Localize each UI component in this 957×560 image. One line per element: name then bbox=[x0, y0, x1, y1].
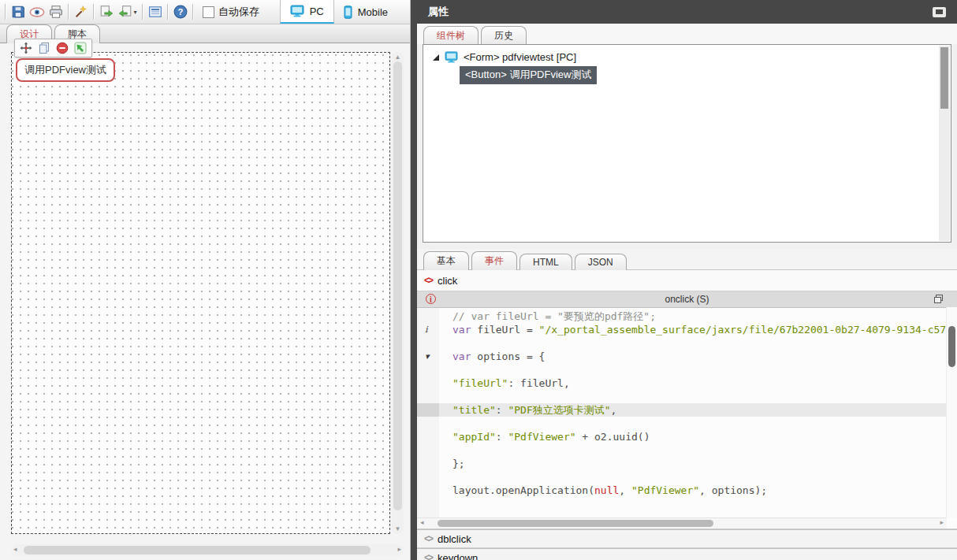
tab-component-tree[interactable]: 组件树 bbox=[423, 26, 478, 45]
code-line[interactable]: "appId": "PdfViewer" + o2.uuid() bbox=[417, 430, 957, 443]
editor-vertical-scrollbar[interactable] bbox=[946, 307, 957, 518]
canvas-horizontal-scrollbar[interactable]: ◂ ▸ bbox=[11, 544, 404, 556]
code-line[interactable]: }; bbox=[417, 457, 957, 470]
code-gutter-marker[interactable] bbox=[417, 403, 439, 417]
print-icon[interactable] bbox=[47, 2, 65, 21]
form-designer-app: ▾ ? 自动保存 PC bbox=[0, 0, 957, 560]
tab-basic[interactable]: 基本 bbox=[423, 251, 469, 270]
scroll-right-icon[interactable]: ▸ bbox=[397, 545, 401, 553]
code-gutter-marker[interactable] bbox=[417, 484, 439, 497]
copy-icon[interactable] bbox=[37, 41, 51, 55]
toolbar-separator bbox=[68, 4, 69, 20]
scroll-right-icon[interactable]: ▸ bbox=[940, 518, 944, 526]
code-line[interactable]: "fileUrl": fileUrl, bbox=[417, 376, 957, 390]
autosave-label: 自动保存 bbox=[218, 5, 259, 19]
info-icon[interactable] bbox=[426, 294, 436, 304]
onclick-code-editor: onclick (S) // var fileUrl = "要预览的pdf路径"… bbox=[417, 291, 957, 529]
autosave-checkbox[interactable] bbox=[203, 6, 214, 18]
wizard-icon[interactable] bbox=[72, 2, 91, 21]
tab-events[interactable]: 事件 bbox=[471, 251, 517, 270]
export-icon[interactable] bbox=[97, 2, 116, 21]
scroll-up-icon[interactable]: ▲ bbox=[392, 54, 404, 61]
code-gutter-marker[interactable] bbox=[417, 310, 439, 323]
delete-icon[interactable] bbox=[55, 41, 69, 55]
save-icon[interactable] bbox=[9, 2, 28, 21]
form-canvas[interactable]: 调用PDFview测试 bbox=[11, 52, 390, 534]
code-line[interactable] bbox=[417, 443, 957, 457]
editor-horizontal-scrollbar[interactable]: ◂ ▸ bbox=[417, 517, 947, 528]
code-gutter-marker[interactable] bbox=[417, 430, 439, 443]
tree-tabs: 组件树 历史 bbox=[417, 24, 957, 44]
scroll-left-icon[interactable]: ◂ bbox=[13, 545, 17, 553]
canvas-vertical-scrollbar[interactable]: ▲ ▼ bbox=[392, 52, 404, 534]
canvas-button[interactable]: 调用PDFview测试 bbox=[16, 58, 115, 82]
canvas-area: 调用PDFview测试 ▲ ▼ ◂ ▸ bbox=[0, 43, 410, 560]
code-line[interactable]: // var fileUrl = "要预览的pdf路径"; bbox=[417, 310, 957, 323]
panel-splitter[interactable] bbox=[411, 0, 417, 560]
scrollbar-thumb[interactable] bbox=[940, 47, 948, 109]
properties-header: 属性 bbox=[417, 0, 957, 24]
code-line[interactable]: layout.openApplication(null, "PdfViewer"… bbox=[417, 484, 957, 497]
code-line[interactable]: ▾var options = { bbox=[417, 350, 957, 363]
editor-titlebar: onclick (S) bbox=[417, 291, 957, 308]
tab-history[interactable]: 历史 bbox=[481, 26, 527, 45]
toolbar-separator bbox=[142, 4, 143, 20]
toolbar-separator bbox=[5, 4, 6, 20]
form-list-icon[interactable] bbox=[146, 2, 165, 21]
help-icon[interactable]: ? bbox=[171, 2, 190, 21]
code-lines[interactable]: // var fileUrl = "要预览的pdf路径";ivar fileUr… bbox=[417, 308, 957, 517]
detail-tabs: 基本 事件 HTML JSON bbox=[417, 249, 957, 270]
scrollbar-thumb[interactable] bbox=[24, 546, 371, 554]
properties-title: 属性 bbox=[428, 5, 449, 19]
move-icon[interactable] bbox=[19, 41, 33, 55]
tree-expander-icon[interactable] bbox=[433, 54, 439, 61]
code-gutter-marker[interactable] bbox=[417, 417, 439, 430]
code-gutter-marker[interactable] bbox=[417, 443, 439, 457]
code-gutter-marker[interactable] bbox=[417, 470, 439, 484]
scrollbar-thumb[interactable] bbox=[393, 61, 402, 510]
tree-scrollbar[interactable] bbox=[939, 46, 950, 241]
code-line[interactable] bbox=[417, 417, 957, 430]
tree-node-button-selected[interactable]: <Button> 调用PDFview测试 bbox=[460, 66, 597, 84]
event-section-keydown[interactable]: <> keydown bbox=[417, 548, 957, 560]
code-gutter-marker[interactable] bbox=[417, 390, 439, 403]
code-line[interactable] bbox=[417, 390, 957, 403]
scroll-down-icon[interactable]: ▼ bbox=[392, 525, 404, 532]
code-gutter-marker[interactable] bbox=[417, 376, 439, 390]
import-dropdown-caret[interactable]: ▾ bbox=[133, 9, 136, 16]
tab-pc-label: PC bbox=[310, 6, 324, 17]
scrollbar-thumb[interactable] bbox=[948, 326, 955, 367]
device-tabs: PC Mobile bbox=[280, 0, 397, 24]
code-line[interactable] bbox=[417, 470, 957, 484]
code-line[interactable] bbox=[417, 363, 957, 376]
code-gutter-marker[interactable] bbox=[417, 336, 439, 350]
maximize-editor-icon[interactable] bbox=[934, 295, 943, 303]
collapse-panel-icon[interactable] bbox=[933, 7, 946, 17]
tab-html[interactable]: HTML bbox=[519, 254, 572, 270]
scrollbar-thumb[interactable] bbox=[438, 520, 713, 527]
toolbar-separator bbox=[93, 4, 95, 20]
code-gutter-marker[interactable] bbox=[417, 457, 439, 470]
tree-node-form[interactable]: <Form> pdfviewtest [PC] bbox=[423, 45, 951, 63]
code-brackets-icon: <> bbox=[424, 275, 432, 286]
event-section-click[interactable]: <> click bbox=[417, 270, 957, 291]
select-parent-icon[interactable] bbox=[73, 41, 88, 55]
event-dblclick-label: dblclick bbox=[438, 533, 471, 545]
tab-pc[interactable]: PC bbox=[280, 0, 334, 24]
code-gutter-marker[interactable]: ▾ bbox=[417, 350, 439, 363]
code-gutter-marker[interactable]: i bbox=[417, 323, 439, 336]
main-toolbar: ▾ ? 自动保存 PC bbox=[0, 0, 410, 24]
scroll-left-icon[interactable]: ◂ bbox=[420, 518, 424, 526]
tab-json[interactable]: JSON bbox=[575, 254, 627, 270]
code-line[interactable]: "title": "PDF独立选项卡测试", bbox=[417, 403, 957, 417]
code-line[interactable] bbox=[417, 336, 957, 350]
code-gutter-marker[interactable] bbox=[417, 363, 439, 376]
code-line[interactable]: ivar fileUrl = "/x_portal_assemble_surfa… bbox=[417, 323, 957, 336]
import-icon[interactable]: ▾ bbox=[116, 2, 140, 21]
panel-gap bbox=[417, 243, 957, 249]
tab-mobile[interactable]: Mobile bbox=[334, 0, 397, 24]
component-tree: <Form> pdfviewtest [PC] <Button> 调用PDFvi… bbox=[423, 44, 951, 243]
preview-icon[interactable] bbox=[28, 2, 47, 21]
autosave-toggle[interactable]: 自动保存 bbox=[203, 5, 259, 19]
event-section-dblclick[interactable]: <> dblclick bbox=[417, 529, 957, 548]
